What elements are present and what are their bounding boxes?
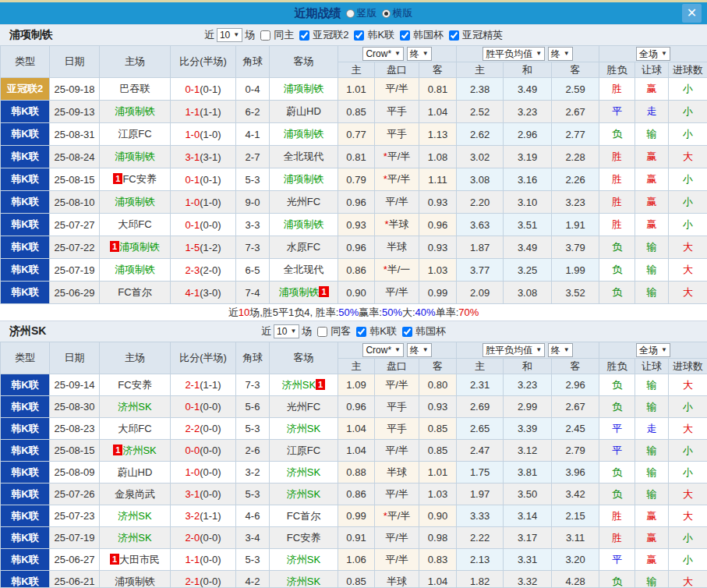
league-badge: 韩K联 [1,571,50,588]
odds-home: 1.09 [338,374,375,396]
result-wdl: 平 [599,101,635,123]
away-team-name: 济州SK [287,466,320,478]
avg-draw-odds: 3.81 [504,462,552,484]
result-handicap: 走 [635,418,669,440]
result-handicap: 赢 [635,549,669,571]
avg-draw-odds: 3.32 [504,571,552,588]
home-team-name: 济州SK [118,401,151,413]
odds-away: 0.98 [419,527,457,549]
avg-draw-odds: 3.14 [504,505,552,527]
result-wdl: 平 [599,440,635,462]
odds-home: 0.85 [338,571,375,588]
fullmatch-dropdown[interactable]: 全场▼ [636,343,670,357]
away-team-cell: 浦项制铁1 [270,282,338,304]
league-badge: 韩K联 [1,101,50,123]
col-avg-sub: 客 [552,359,599,374]
score-cell: 1-1(0-0) [171,549,236,571]
home-team-name: 巴吞联 [120,83,150,94]
league-badge: 韩K联 [1,168,50,191]
games-count-dropdown[interactable]: 10▼ [217,28,242,42]
avg-away-odds: 2.67 [552,101,599,123]
score-cell: 1-1(1-1) [171,101,236,123]
away-team-name: 光州FC [287,401,320,413]
chevron-down-icon: ▼ [536,344,542,356]
away-team-name: 浦项制铁 [278,286,319,298]
match-row: 韩K联 25-08-23 大邱FC 2-2(0-0) 5-3 济州SK 1.04… [1,418,707,440]
result-wdl: 负 [599,462,635,484]
close-icon[interactable]: ✕ [682,4,702,23]
match-row: 韩K联 25-08-15 1济州SK 0-0(0-0) 2-6 江原FC 1.0… [1,440,707,462]
avg-draw-odds: 3.23 [504,101,552,123]
score-cell: 0-0(0-0) [171,440,236,462]
league-checkbox[interactable] [449,30,459,41]
odds-home: 0.99 [338,505,375,527]
radio-vertical-layout[interactable]: 竖版 [346,6,377,20]
summary-part: 场,胜5平1负4, 胜率: [249,306,338,320]
odds-source-dropdown[interactable]: Crow*▼ [362,343,404,357]
home-team-name: 浦项制铁 [115,196,155,207]
away-team-name: 济州SK [287,488,320,500]
odds-final-dropdown[interactable]: 终▼ [407,47,432,61]
league-checkbox-label: 韩国杯 [415,324,446,338]
odds-source-header: Crow*▼ 终▼ [338,342,457,359]
home-team-cell: 蔚山HD [100,462,171,484]
col-odds-sub: 主 [338,359,375,374]
col-corner: 角球 [236,342,270,374]
avg-dropdown[interactable]: 胜平负均值▼ [483,47,545,61]
away-team-name: 全北现代 [284,151,324,162]
radio-horizontal-layout[interactable]: 横版 [382,6,413,20]
score-cell: 0-1(0-1) [171,78,236,101]
league-checkbox[interactable] [400,30,410,41]
fullmatch-dropdown[interactable]: 全场▼ [636,47,670,61]
league-badge: 韩K联 [1,374,50,396]
summary-part: 近 [228,306,239,320]
odds-away: 0.99 [419,282,457,304]
result-handicap: 走 [635,101,669,123]
league-checkbox[interactable] [354,30,364,41]
away-team-cell: 济州SK [270,484,338,505]
match-date: 25-08-15 [50,440,100,462]
league-badge: 韩K联 [1,396,50,418]
league-checkbox[interactable] [299,30,309,41]
chevron-down-icon: ▼ [233,29,239,41]
result-handicap: 输 [635,123,669,146]
match-row: 韩K联 25-08-09 蔚山HD 1-0(0-0) 3-2 济州SK 0.88… [1,462,707,484]
corners-cell: 4-1 [236,123,270,146]
avg-final-dropdown[interactable]: 终▼ [548,47,573,61]
match-date: 25-08-10 [50,191,100,214]
handicap-line: 平/半 [375,191,419,214]
match-row: 韩K联 25-09-13 浦项制铁 1-1(1-1) 6-2 蔚山HD 0.85… [1,101,707,123]
match-date: 25-07-23 [50,505,100,527]
result-wdl: 负 [599,282,635,304]
games-count-dropdown[interactable]: 10▼ [274,324,299,338]
home-team-cell: 浦项制铁 [100,259,171,282]
league-checkbox[interactable] [402,327,412,337]
same-venue-checkbox[interactable] [260,30,270,41]
odds-final-dropdown[interactable]: 终▼ [407,343,432,357]
corners-cell: 3-4 [236,527,270,549]
away-team-name: 江原FC [287,445,320,456]
avg-final-dropdown[interactable]: 终▼ [548,343,573,357]
col-odds-sub: 盘口 [375,62,419,78]
handicap-line: *平/半 [375,146,419,168]
handicap-line: 半球 [375,462,419,484]
avg-home-odds: 1.75 [457,462,504,484]
chevron-down-icon: ▼ [394,344,401,356]
col-score: 比分(半场) [171,46,236,78]
radio-vertical-icon[interactable] [346,9,355,18]
home-team-name: 济州SK [118,532,151,544]
league-checkbox-label: 韩K联 [367,28,394,42]
avg-home-odds: 2.62 [457,123,504,146]
avg-home-odds: 1.82 [457,571,504,588]
avg-dropdown[interactable]: 胜平负均值▼ [483,343,545,357]
avg-home-odds: 3.33 [457,505,504,527]
avg-draw-odds: 3.25 [504,259,552,282]
match-date: 25-06-27 [50,549,100,571]
result-handicap: 赢 [635,78,669,101]
radio-horizontal-icon[interactable] [382,9,391,18]
league-checkbox[interactable] [356,327,366,337]
result-wdl: 负 [599,123,635,146]
odds-source-dropdown[interactable]: Crow*▼ [362,47,404,61]
result-goals: 小 [669,396,707,418]
same-venue-checkbox[interactable] [317,327,327,337]
